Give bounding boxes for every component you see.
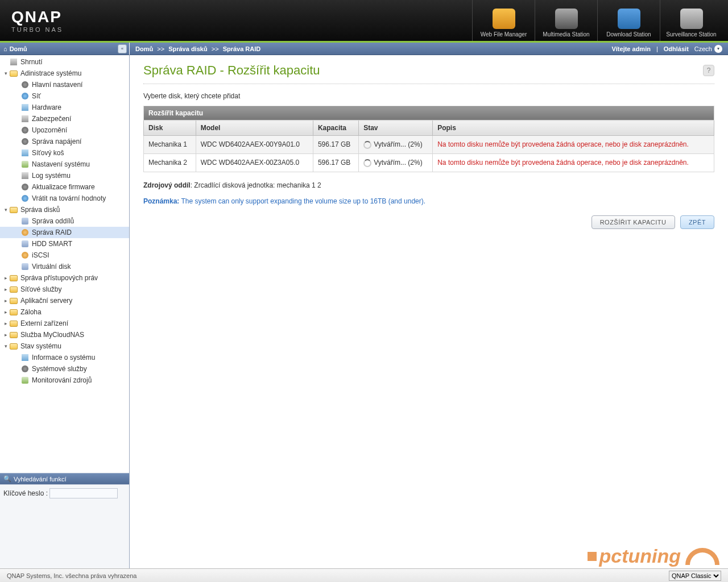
note-body: The system can only support expanding th… — [179, 197, 425, 205]
tree-item[interactable]: Hlavní nastavení — [0, 79, 129, 90]
expand-capacity-button[interactable]: ROZŠÍŘIT KAPACITU — [592, 215, 675, 229]
tree-item-label: Systémové služby — [32, 365, 87, 373]
spinner-icon — [363, 159, 371, 167]
tree-node-icon — [20, 217, 30, 226]
brand-sub: TURBO NAS — [11, 26, 63, 33]
search-input-label: Klíčové heslo : — [3, 489, 48, 497]
header-shortcut[interactable]: Multimedia Station — [535, 0, 597, 41]
shortcut-label: Web File Manager — [481, 31, 527, 38]
tree-item-label: Aplikační servery — [20, 297, 72, 305]
tree-expander-icon: ▸ — [2, 332, 9, 338]
tree-item[interactable]: Monitorování zdrojů — [0, 375, 129, 386]
tree-node-icon — [20, 353, 30, 362]
tree-item[interactable]: Síť — [0, 90, 129, 102]
source-value: : Zrcadlící disková jednotka: mechanika … — [191, 181, 321, 189]
tree-item[interactable]: Hardware — [0, 102, 129, 113]
breadcrumb-item[interactable]: Domů — [135, 45, 153, 52]
tree-expander-icon: ▾ — [2, 70, 9, 76]
header-shortcut[interactable]: Download Station — [597, 0, 660, 41]
tree-item-label: Správa RAID — [32, 228, 72, 236]
tree-item-label: Adinistrace systému — [20, 69, 81, 77]
sidebar-home-label[interactable]: Domů — [10, 45, 27, 52]
table-row[interactable]: Mechanika 1 WDC WD6402AAEX-00Y9A01.0 596… — [144, 136, 714, 154]
cell-description: Na tomto disku nemůže být provedena žádn… — [433, 153, 714, 172]
tree-item[interactable]: Systémové služby — [0, 363, 129, 375]
tree-item[interactable]: Aktualizace firmware — [0, 181, 129, 193]
tree-item[interactable]: Vrátit na tovární hodnoty — [0, 193, 129, 204]
header-shortcut[interactable]: Surveillance Station — [660, 0, 722, 41]
language-selector[interactable]: Czech ▾ — [694, 45, 722, 53]
tree-item[interactable]: Síťový koš — [0, 147, 129, 159]
tree-item[interactable]: ▸Záloha — [0, 306, 129, 318]
logout-link[interactable]: Odhlásit — [664, 45, 689, 52]
sidebar-collapse-button[interactable]: « — [118, 44, 127, 53]
tree-item[interactable]: Správa napájení — [0, 136, 129, 147]
shortcut-icon — [618, 9, 640, 29]
tree-item[interactable]: ▸Síťové služby — [0, 284, 129, 295]
chevron-down-icon: ▾ — [714, 45, 722, 53]
tree-item[interactable]: ▸Správa přístupových práv — [0, 272, 129, 284]
tree-item[interactable]: Shrnutí — [0, 56, 129, 68]
tree-node-icon — [9, 57, 18, 66]
tree-node-icon — [20, 239, 30, 248]
tree-node-icon — [20, 137, 30, 146]
tree-node-icon — [20, 92, 30, 101]
tree-item[interactable]: Upozornění — [0, 124, 129, 136]
search-panel: Klíčové heslo : — [0, 484, 129, 581]
tree-item-label: Hlavní nastavení — [32, 81, 82, 89]
breadcrumb-sep: >> — [157, 45, 164, 52]
tree-item[interactable]: Nastavení systému — [0, 159, 129, 170]
tree-node-icon — [9, 69, 18, 78]
tree-item-label: Správa napájení — [32, 138, 81, 146]
breadcrumb-item[interactable]: Správa disků — [168, 45, 207, 52]
cell-status: Vytvářím... (2%) — [359, 153, 433, 172]
table-header-cell: Model — [196, 120, 313, 136]
page-title-row: Správa RAID - Rozšířit kapacitu ? — [143, 63, 714, 78]
tree-node-icon — [9, 342, 18, 351]
breadcrumb-item[interactable]: Správa RAID — [223, 45, 261, 52]
tree-item-label: Síťový koš — [32, 149, 64, 157]
tree-item[interactable]: Správa oddílů — [0, 215, 129, 227]
tree-item[interactable]: ▾Stav systému — [0, 340, 129, 352]
tree-item[interactable]: ▾Správa disků — [0, 204, 129, 215]
table-header-cell: Stav — [359, 120, 433, 136]
shortcut-label: Download Station — [606, 31, 651, 38]
tree-item[interactable]: Správa RAID — [0, 227, 129, 238]
header-shortcut[interactable]: Web File Manager — [472, 0, 535, 41]
page-subtitle: Vyberte disk, který chcete přidat — [143, 92, 714, 100]
search-input[interactable] — [49, 488, 118, 498]
tree-item-label: Služba MyCloudNAS — [20, 331, 84, 339]
tree-node-icon — [9, 330, 18, 339]
welcome-text: Vítejte admin — [611, 45, 650, 52]
cell-capacity: 596.17 GB — [313, 136, 358, 154]
tree-item-label: Virtuální disk — [32, 263, 71, 271]
tree-item-label: Monitorování zdrojů — [32, 376, 92, 384]
table-caption: Rozšířit kapacitu — [144, 106, 714, 120]
tree-expander-icon: ▸ — [2, 298, 9, 304]
tree-item-label: Správa oddílů — [32, 217, 74, 225]
back-button[interactable]: ZPĚT — [680, 215, 714, 229]
tree-item[interactable]: HDD SMART — [0, 238, 129, 250]
tree-item[interactable]: ▸Aplikační servery — [0, 295, 129, 306]
tree-node-icon — [20, 171, 30, 180]
help-icon[interactable]: ? — [703, 65, 714, 76]
tree-node-icon — [9, 273, 18, 282]
tree-node-icon — [20, 376, 30, 385]
tree-item[interactable]: Zabezpečení — [0, 113, 129, 124]
tree-node-icon — [20, 228, 30, 237]
sidebar: Shrnutí▾Adinistrace systémuHlavní nastav… — [0, 55, 130, 581]
tree-item[interactable]: iSCSI — [0, 250, 129, 261]
table-row[interactable]: Mechanika 2 WDC WD6402AAEX-00Z3A05.0 596… — [144, 153, 714, 172]
breadcrumb-sep: >> — [212, 45, 219, 52]
tree-item[interactable]: ▸Externí zařízení — [0, 318, 129, 329]
tree-item[interactable]: ▾Adinistrace systému — [0, 68, 129, 79]
tree-item[interactable]: Informace o systému — [0, 352, 129, 363]
shortcut-icon — [555, 9, 578, 29]
tree-item[interactable]: Virtuální disk — [0, 261, 129, 272]
theme-selector[interactable]: QNAP Classic — [669, 571, 721, 581]
tree-node-icon — [20, 194, 30, 203]
cell-capacity: 596.17 GB — [313, 153, 358, 172]
tree-item[interactable]: ▸Služba MyCloudNAS — [0, 329, 129, 340]
tree-item[interactable]: Log systému — [0, 170, 129, 181]
tree-expander-icon: ▸ — [2, 309, 9, 315]
